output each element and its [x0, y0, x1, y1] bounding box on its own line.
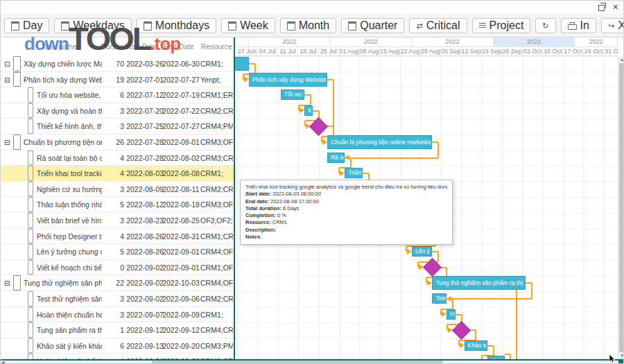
document-icon [28, 150, 33, 166]
duration-cell: 3 [102, 307, 124, 322]
end-date-cell: 2022-07-27 [162, 72, 200, 87]
start-date-cell: 2022-09-02 [126, 291, 164, 306]
task-row[interactable]: Hoàn thiện về chất lượng v42022-09-21202… [1, 354, 234, 359]
expander-icon[interactable]: ⊟ [4, 72, 10, 87]
duration-cell: 19 [102, 72, 124, 87]
toolbar-button-day[interactable]: Day [4, 18, 49, 33]
task-row[interactable]: Test thử nghiệm sản phẩm32022-09-022022-… [1, 291, 234, 307]
task-row[interactable]: Triển khai tool tracking goo42022-08-032… [1, 166, 234, 182]
expander-icon[interactable]: ⊟ [4, 275, 10, 291]
tooltip-field: Start date: 2022-08-03 08:00:00 [245, 191, 447, 198]
task-row[interactable]: Tối ưu hóa website, facebo62022-07-12202… [1, 87, 234, 103]
folder-icon [13, 135, 21, 150]
scrollbar-corner [618, 359, 624, 364]
toolbar-button-print[interactable]: In [561, 18, 596, 33]
task-row[interactable]: Phối hợp Designer thiết kế42022-08-26202… [1, 229, 234, 245]
scroll-left-icon[interactable]: ◀ [1, 361, 5, 364]
start-date-cell: 2022-07-28 [126, 135, 164, 150]
toolbar-button-monthdays[interactable]: Monthdays [137, 18, 216, 33]
start-date-cell: 2022-07-20 [126, 103, 164, 119]
task-row[interactable]: Viết bản brief về hình tượng32022-08-232… [1, 213, 234, 229]
resource-cell: CRM2;CRM4 [200, 182, 233, 197]
document-icon [28, 338, 33, 354]
gantt-bar[interactable]: Hoàn [447, 309, 456, 320]
toolbar-button-critical[interactable]: ⇄Critical [409, 18, 467, 33]
task-name-cell: Thiết kế hình ảnh, thông tin [37, 119, 102, 134]
horizontal-scrollbar-thumb[interactable] [152, 361, 442, 364]
export-icon: ↪ [608, 22, 614, 30]
toolbar-button-weekdays[interactable]: Weekdays [54, 18, 131, 33]
period-cell: 2022 [412, 37, 494, 47]
duration-cell: 3 [102, 291, 124, 306]
vertical-scrollbar-thumb[interactable] [619, 63, 624, 352]
task-row[interactable]: Tung sản phẩm ra thị trườn12022-09-12202… [1, 322, 234, 338]
task-grid-pane: Task nameDurationStart DateEnd DateResou… [1, 37, 234, 359]
horizontal-scrollbar[interactable] [1, 361, 624, 364]
restore-window-icon[interactable] [598, 5, 605, 11]
gantt-bar[interactable]: Rà soát lại [327, 153, 345, 163]
end-date-cell: 2022-07-19 [162, 87, 200, 103]
calendar-icon [61, 21, 69, 31]
start-date-cell: 2022-07-25 [126, 119, 164, 134]
week-cell: 18 Jul [298, 47, 318, 56]
tooltip-field: Resource: CRM1 [245, 219, 447, 226]
button-label: Day [23, 19, 42, 32]
scroll-down-icon[interactable]: ▼ [618, 352, 624, 359]
pane-splitter[interactable] [234, 37, 235, 359]
gantt-bar[interactable]: Triển khai tool [345, 168, 362, 178]
expander-icon[interactable]: ⊡ [4, 56, 10, 71]
gantt-bar[interactable]: Hoàn th [487, 356, 505, 359]
gantt-bar[interactable]: Test thử [432, 293, 447, 304]
toolbar-button-export[interactable]: ↪Xuất [601, 18, 624, 33]
gantt-bar[interactable]: Lên ý tưởng [412, 246, 432, 257]
task-row[interactable]: ⊟Chuẩn bị phương tiện online r262022-07-… [1, 135, 234, 150]
link-line [452, 299, 453, 309]
toolbar-button-project[interactable]: Project [472, 18, 531, 33]
scroll-up-icon[interactable]: ▲ [618, 56, 624, 63]
toolbar-button-quarter[interactable]: Quarter [341, 18, 404, 33]
task-row[interactable]: Lên ý tưởng chung cho chu52022-08-262022… [1, 244, 234, 260]
button-label: Month [299, 19, 329, 32]
task-row[interactable]: Nghiên cứ xu hướng duyệt32022-08-092022-… [1, 182, 234, 198]
duration-cell: 6 [102, 338, 124, 354]
toolbar-button-refresh[interactable]: ↻ [535, 18, 555, 33]
task-row[interactable]: Xây dựng và hoàn thiện các32022-07-20202… [1, 103, 234, 119]
task-row[interactable]: ⊟Tung thử nghiệm sản phẩm ra222022-09-02… [1, 275, 234, 291]
gantt-bar[interactable]: Tung thử nghiệm sản phẩm ra thị trường [432, 276, 525, 290]
tooltip-title: Triển khai tool tracking google analytic… [245, 184, 447, 191]
task-row[interactable]: Hoàn thiện chuẩn hóa bao b32022-09-07202… [1, 307, 234, 323]
button-label: Monthdays [155, 19, 209, 32]
gantt-bar[interactable] [235, 57, 249, 71]
document-icon [28, 260, 33, 275]
gantt-bar[interactable]: Khảo sát [465, 340, 488, 351]
gantt-bar[interactable]: Tối ưu hóa website [281, 89, 304, 100]
resource-cell: CRM3;PM1;PI [200, 338, 233, 354]
gantt-bar[interactable]: Xây dựng [304, 105, 313, 116]
link-arrow [322, 139, 327, 145]
task-row[interactable]: Viết kế hoạch chi tiết cho ch02022-09-02… [1, 260, 234, 276]
task-row[interactable]: ⊡Xây dựng chiến lược Marketin702022-03-2… [1, 56, 234, 72]
button-label: Weekdays [73, 19, 124, 32]
task-row[interactable]: Thiết kế hình ảnh, thông tin32022-07-252… [1, 119, 234, 135]
vertical-scrollbar[interactable]: ▲ ▼ [618, 56, 624, 359]
link-line [350, 158, 352, 168]
resource-cell: CRM4;OF4 [200, 244, 233, 259]
week-cell: 03 Oct [523, 47, 543, 56]
folder-icon [13, 56, 21, 71]
printer-icon [568, 24, 577, 30]
gantt-bar[interactable]: Chuẩn bị phương tiện online marketing, o… [327, 135, 432, 149]
task-row[interactable]: Rà soát lại toàn bộ các phư42022-07-2820… [1, 150, 234, 166]
expander-icon[interactable]: ⊟ [4, 135, 10, 150]
end-date-cell: 2022-08-02 [162, 150, 200, 166]
week-cell: 26 Sep [502, 47, 522, 56]
gantt-bar[interactable]: Phân tích xây dựng Website, Fanpage [249, 73, 327, 87]
toolbar-button-week[interactable]: Week [221, 18, 275, 33]
close-icon[interactable]: × [613, 1, 618, 14]
task-row[interactable]: ⊟Phân tích xây dựng Website, l192022-07-… [1, 72, 234, 88]
task-name-cell: Test thử nghiệm sản phẩm [37, 291, 102, 306]
link-line [475, 330, 476, 340]
resource-cell: CRM1; [200, 307, 233, 322]
toolbar-button-month[interactable]: Month [280, 18, 336, 33]
task-row[interactable]: Thảo luận thống nhất ý tưở52022-08-12202… [1, 197, 234, 213]
task-row[interactable]: Khảo sát ý kiến khách hàng62022-09-13202… [1, 338, 234, 354]
